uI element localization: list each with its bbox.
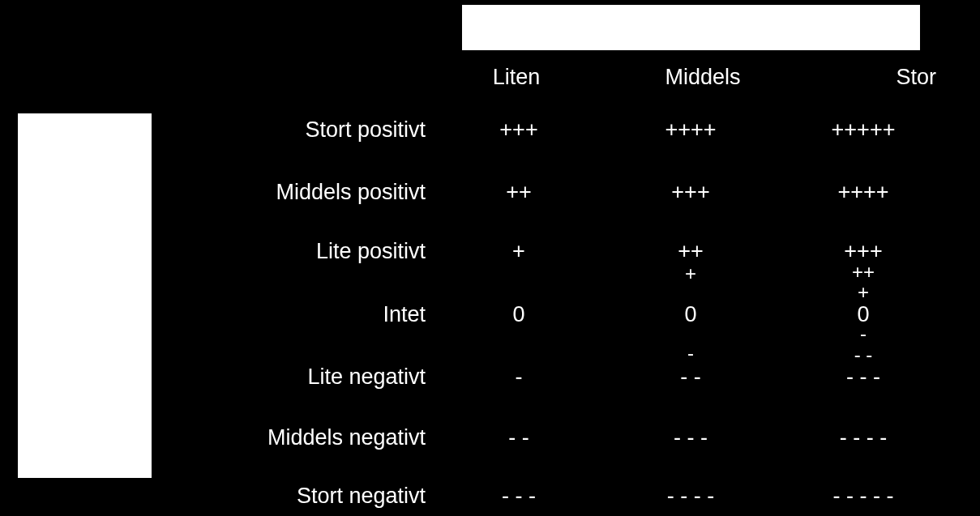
row-label-intet: Intet [182,302,426,327]
extra-middels-minus-a: - [626,343,755,364]
col-header-liten: Liten [468,65,565,90]
extra-stor-plus: + [798,282,928,303]
cell-r3-middels: ++ [626,239,755,264]
row-label-middels-negativt: Middels negativt [182,425,426,450]
cell-r1-middels: ++++ [626,117,755,143]
cell-r6-liten: - - [454,425,584,450]
cell-r2-liten: ++ [454,180,584,205]
cell-r1-liten: +++ [454,117,584,143]
cell-r2-middels: +++ [626,180,755,205]
cell-r1-stor: +++++ [798,117,928,143]
cell-r3-liten: + [454,239,584,264]
cell-r7-stor: - - - - - [798,484,928,509]
cell-r7-middels: - - - - [626,484,755,509]
cell-r2-stor: ++++ [798,180,928,205]
row-label-lite-positivt: Lite positivt [182,239,426,264]
row-label-stort-positivt: Stort positivt [182,117,426,143]
cell-r4-liten: 0 [454,302,584,327]
cell-r4-middels: 0 [626,302,755,327]
extra-stor-minusminus: - - [798,344,928,365]
cell-r6-stor: - - - - [798,425,928,450]
column-headers: Liten Middels Stor [182,65,965,97]
col-header-stor: Stor [839,65,936,90]
top-banner-box [462,5,920,50]
cell-r6-middels: - - - [626,425,755,450]
extra-stor-plusplus: ++ [798,262,928,283]
row-label-lite-negativt: Lite negativt [182,365,426,390]
row-label-middels-positivt: Middels positivt [182,180,426,205]
cell-r7-liten: - - - [454,484,584,509]
extra-stor-minus: - [798,323,928,344]
left-panel-box [18,113,152,478]
cell-r5-stor: - - - [798,365,928,390]
cell-r5-liten: - [454,365,584,390]
row-label-stort-negativt: Stort negativt [182,484,426,509]
col-header-middels: Middels [638,65,768,90]
extra-middels-plus: + [626,263,755,284]
cell-r5-middels: - - [626,365,755,390]
